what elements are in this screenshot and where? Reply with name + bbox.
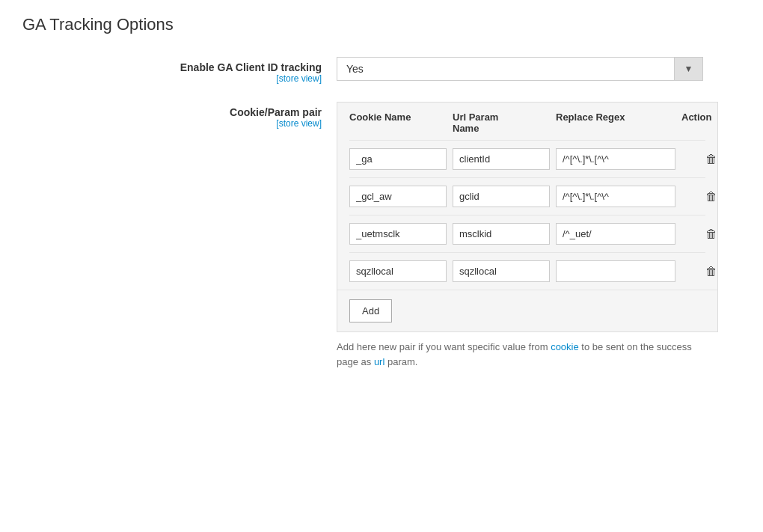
enable-ga-label: Enable GA Client ID tracking [store view… bbox=[22, 57, 337, 84]
delete-button-2[interactable]: 🗑 bbox=[681, 187, 741, 207]
table-row: 🗑 bbox=[349, 215, 705, 252]
url-param-input-4[interactable] bbox=[453, 260, 550, 282]
enable-ga-arrow[interactable]: ▼ bbox=[674, 58, 702, 80]
add-button[interactable]: Add bbox=[349, 299, 392, 322]
table-body: 🗑 🗑 bbox=[337, 140, 717, 290]
trash-icon-1: 🗑 bbox=[705, 153, 717, 165]
cookie-link: cookie bbox=[551, 341, 579, 352]
trash-icon-2: 🗑 bbox=[705, 190, 717, 203]
enable-ga-value: Yes bbox=[337, 58, 674, 80]
table-row: 🗑 bbox=[349, 140, 705, 177]
col-header-action: Action bbox=[681, 111, 741, 134]
cookie-name-input-2[interactable] bbox=[349, 186, 447, 207]
cookie-param-label: Cookie/Param pair [store view] bbox=[22, 102, 337, 129]
enable-ga-control: Yes ▼ bbox=[337, 57, 711, 81]
hint-text: Add here new pair if you want specific v… bbox=[337, 340, 711, 369]
cookie-param-label-sub: [store view] bbox=[22, 118, 322, 129]
url-link: url bbox=[374, 356, 384, 367]
cookie-param-row: Cookie/Param pair [store view] Cookie Na… bbox=[22, 102, 741, 369]
url-param-input-3[interactable] bbox=[453, 223, 550, 245]
table-header: Cookie Name Url ParamName Replace Regex … bbox=[337, 103, 717, 140]
regex-input-4[interactable] bbox=[556, 260, 675, 282]
enable-ga-label-sub: [store view] bbox=[22, 73, 322, 84]
cookie-name-input-3[interactable] bbox=[349, 223, 447, 245]
enable-ga-select[interactable]: Yes ▼ bbox=[337, 57, 703, 81]
regex-input-2[interactable] bbox=[556, 186, 675, 207]
cookie-param-control: Cookie Name Url ParamName Replace Regex … bbox=[337, 102, 711, 369]
col-header-regex: Replace Regex bbox=[556, 111, 675, 134]
cookie-param-table: Cookie Name Url ParamName Replace Regex … bbox=[337, 102, 718, 332]
cookie-name-input-4[interactable] bbox=[349, 260, 447, 282]
delete-button-1[interactable]: 🗑 bbox=[681, 150, 741, 169]
table-row: 🗑 bbox=[349, 252, 705, 290]
url-param-input-2[interactable] bbox=[453, 186, 550, 207]
table-row: 🗑 bbox=[349, 177, 705, 215]
regex-input-3[interactable] bbox=[556, 223, 675, 245]
delete-button-4[interactable]: 🗑 bbox=[681, 262, 741, 281]
trash-icon-4: 🗑 bbox=[705, 265, 717, 278]
col-header-cookie: Cookie Name bbox=[349, 111, 447, 134]
cookie-name-input-1[interactable] bbox=[349, 148, 447, 170]
form-section: Enable GA Client ID tracking [store view… bbox=[22, 57, 741, 369]
trash-icon-3: 🗑 bbox=[705, 227, 717, 240]
add-row: Add bbox=[337, 290, 717, 331]
page-title: GA Tracking Options bbox=[22, 15, 741, 34]
delete-button-3[interactable]: 🗑 bbox=[681, 224, 741, 244]
enable-ga-row: Enable GA Client ID tracking [store view… bbox=[22, 57, 741, 84]
enable-ga-label-main: Enable GA Client ID tracking bbox=[22, 61, 322, 73]
cookie-param-label-main: Cookie/Param pair bbox=[22, 106, 322, 118]
col-header-url-param: Url ParamName bbox=[453, 111, 550, 134]
regex-input-1[interactable] bbox=[556, 148, 675, 170]
url-param-input-1[interactable] bbox=[453, 148, 550, 170]
